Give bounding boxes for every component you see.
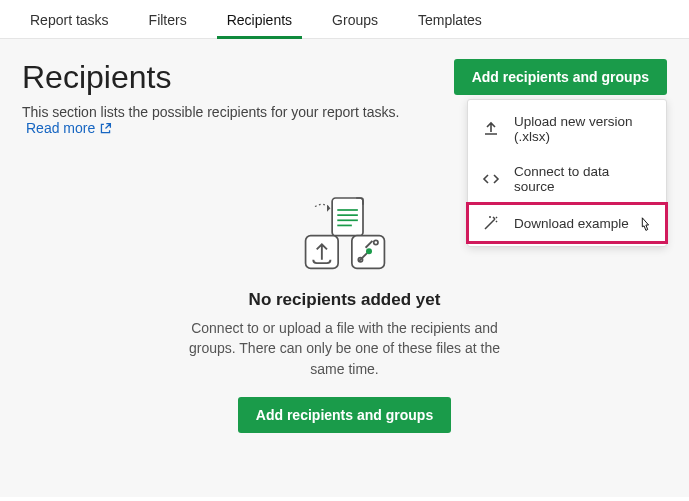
page-title: Recipients: [22, 59, 454, 96]
pointer-cursor-icon: [636, 216, 654, 234]
add-recipients-button[interactable]: Add recipients and groups: [454, 59, 667, 95]
magic-wand-icon: [482, 214, 500, 232]
code-icon: [482, 170, 500, 188]
dropdown-connect-data-source[interactable]: Connect to data source: [468, 154, 666, 204]
tab-groups[interactable]: Groups: [312, 0, 398, 38]
add-dropdown: Upload new version (.xlsx) Connect to da…: [467, 99, 667, 247]
tab-filters[interactable]: Filters: [129, 0, 207, 38]
empty-illustration-icon: [285, 188, 405, 280]
page-body: Recipients This section lists the possib…: [0, 39, 689, 497]
empty-description: Connect to or upload a file with the rec…: [175, 318, 515, 379]
read-more-link[interactable]: Read more: [26, 120, 112, 136]
dropdown-download-example[interactable]: Download example: [468, 204, 666, 242]
page-subtitle: This section lists the possible recipien…: [22, 104, 454, 136]
dropdown-connect-label: Connect to data source: [514, 164, 652, 194]
add-recipients-button-empty[interactable]: Add recipients and groups: [238, 397, 451, 433]
upload-icon: [482, 120, 500, 138]
tab-recipients[interactable]: Recipients: [207, 0, 312, 38]
dropdown-upload-new-version[interactable]: Upload new version (.xlsx): [468, 104, 666, 154]
dropdown-download-label: Download example: [514, 216, 629, 231]
read-more-label: Read more: [26, 120, 95, 136]
external-link-icon: [99, 122, 112, 135]
empty-title: No recipients added yet: [22, 290, 667, 310]
svg-marker-5: [327, 205, 330, 212]
svg-point-8: [366, 248, 372, 254]
tab-templates[interactable]: Templates: [398, 0, 502, 38]
tab-bar: Report tasks Filters Recipients Groups T…: [0, 0, 689, 39]
tab-report-tasks[interactable]: Report tasks: [10, 0, 129, 38]
subtitle-text: This section lists the possible recipien…: [22, 104, 399, 120]
dropdown-upload-label: Upload new version (.xlsx): [514, 114, 652, 144]
svg-rect-0: [332, 198, 363, 236]
